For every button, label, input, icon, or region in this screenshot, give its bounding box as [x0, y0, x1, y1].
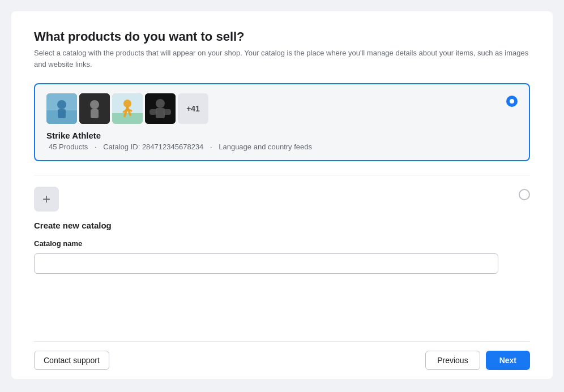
divider-1: [34, 175, 530, 175]
catalog-card-content: +41 Strike Athlete 45 Products · Catalog…: [46, 93, 314, 151]
feeds-label: Language and country feeds: [219, 143, 312, 151]
svg-point-15: [156, 99, 165, 108]
catalog-thumb-2: [79, 93, 110, 124]
create-catalog-section: + Create new catalog Catalog name: [34, 187, 530, 274]
svg-rect-6: [91, 109, 99, 118]
svg-point-9: [123, 100, 131, 107]
page-container: What products do you want to sell? Selec…: [11, 11, 553, 379]
create-catalog-left: + Create new catalog Catalog name: [34, 187, 498, 274]
products-count: 45 Products: [49, 143, 88, 151]
catalog-name-label: Catalog name: [34, 239, 498, 248]
catalog-images: +41: [46, 93, 314, 124]
create-catalog-radio[interactable]: [519, 189, 530, 200]
svg-rect-3: [58, 109, 66, 118]
catalog-id: Catalog ID: 284712345678234: [103, 143, 203, 151]
catalog-card[interactable]: +41 Strike Athlete 45 Products · Catalog…: [34, 83, 530, 161]
catalog-name: Strike Athlete: [46, 131, 314, 140]
spacer: [34, 285, 530, 341]
svg-point-2: [57, 100, 66, 109]
catalog-card-radio-selected[interactable]: [506, 96, 518, 107]
catalog-name-input[interactable]: [34, 253, 498, 274]
previous-button[interactable]: Previous: [425, 351, 480, 370]
page-title: What products do you want to sell?: [34, 29, 530, 44]
separator-1: ·: [95, 143, 97, 151]
next-button[interactable]: Next: [486, 351, 530, 370]
plus-button[interactable]: +: [34, 187, 59, 212]
catalog-thumb-4: [145, 93, 176, 124]
create-new-label: Create new catalog: [34, 221, 498, 230]
catalog-thumb-3: [112, 93, 143, 124]
svg-rect-8: [112, 113, 143, 124]
svg-rect-17: [149, 109, 157, 115]
catalog-thumb-1: [46, 93, 77, 124]
page-subtitle: Select a catalog with the products that …: [34, 48, 530, 70]
catalog-meta: 45 Products · Catalog ID: 28471234567823…: [46, 143, 314, 151]
contact-support-button[interactable]: Contact support: [34, 351, 109, 370]
separator-2: ·: [210, 143, 212, 151]
nav-buttons: Previous Next: [425, 351, 530, 370]
bottom-bar: Contact support Previous Next: [34, 341, 530, 379]
catalog-thumb-plus: +41: [178, 93, 208, 124]
svg-point-5: [90, 100, 99, 109]
svg-rect-18: [163, 109, 171, 115]
